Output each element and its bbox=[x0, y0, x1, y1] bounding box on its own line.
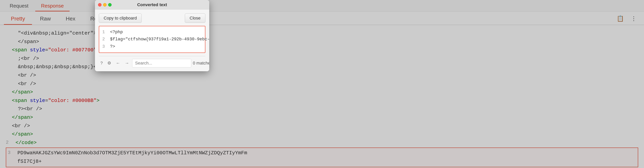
maximize-traffic-light[interactable] bbox=[108, 3, 112, 6]
search-input[interactable] bbox=[132, 59, 191, 67]
modal-body: Copy to clipboard Close 1 <?php 2 $flag=… bbox=[95, 10, 209, 71]
modal-dialog: Converted text Copy to clipboard Close 1… bbox=[95, 0, 209, 71]
modal-toolbar: Copy to clipboard Close bbox=[99, 13, 205, 23]
modal-titlebar: Converted text bbox=[95, 0, 209, 10]
modal-overlay[interactable]: Converted text Copy to clipboard Close 1… bbox=[0, 0, 644, 168]
code-box: 1 <?php 2 $flag="ctfshow{937f19a1-292b-4… bbox=[99, 26, 205, 53]
close-button[interactable]: Close bbox=[185, 13, 205, 23]
minimize-traffic-light[interactable] bbox=[103, 3, 106, 6]
modal-search-bar: ? ⚙ ← → 0 matches bbox=[99, 56, 205, 67]
prev-match-icon[interactable]: ← bbox=[114, 60, 122, 67]
search-matches: 0 matches bbox=[193, 61, 209, 66]
settings-icon[interactable]: ⚙ bbox=[106, 60, 113, 67]
traffic-lights bbox=[98, 3, 112, 6]
code-line-1: 1 <?php bbox=[102, 29, 202, 36]
next-match-icon[interactable]: → bbox=[123, 60, 130, 67]
modal-title: Converted text bbox=[137, 2, 167, 7]
copy-to-clipboard-button[interactable]: Copy to clipboard bbox=[99, 13, 142, 23]
help-icon[interactable]: ? bbox=[99, 60, 104, 67]
code-line-3: 3 ?> bbox=[102, 43, 202, 50]
close-traffic-light[interactable] bbox=[98, 3, 102, 6]
code-line-2: 2 $flag="ctfshow{937f19a1-292b-4930-9ebc… bbox=[102, 36, 202, 43]
